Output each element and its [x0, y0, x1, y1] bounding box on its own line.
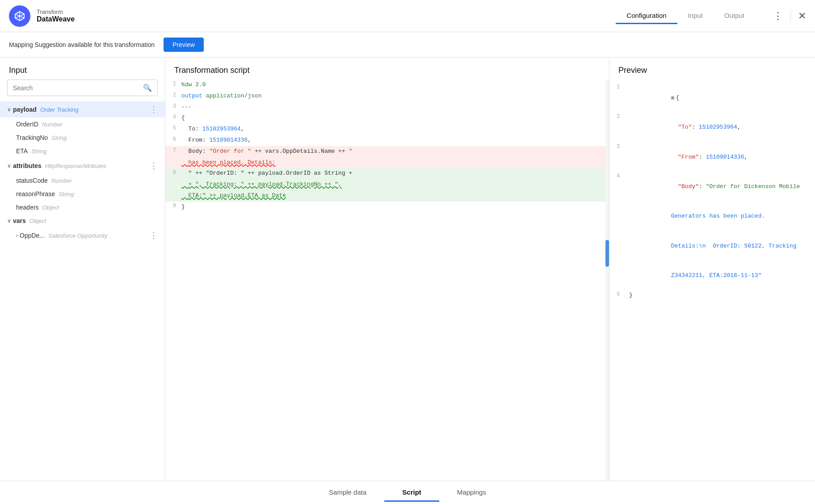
tree-label-vars: vars — [13, 217, 26, 224]
preview-line-4d: 4 Z34342211, ETA:2018-11-13" — [617, 261, 808, 290]
app-title: Transform DataWeave — [37, 8, 75, 23]
chevron-down-icon-vars[interactable]: ∨ — [7, 218, 11, 224]
preview-line-2: 2 "To": 15102953964, — [617, 113, 808, 142]
tab-mappings[interactable]: Mappings — [439, 484, 504, 502]
code-line-8: 8 " ++ "OrderID: " ++ payload.OrderID as… — [165, 168, 609, 179]
tree-item-vars[interactable]: ∨ vars Object — [0, 214, 165, 227]
tree-item-oppde[interactable]: › OppDe... Salesforce Opportunity ⋮ — [0, 227, 165, 244]
code-line-4: 4 { — [165, 113, 609, 124]
preview-panel: Preview 1 ▣{ 2 "To": 15102953964, — [609, 58, 815, 481]
code-line-6: 6 From: 15109014336, — [165, 135, 609, 146]
tree-label-payload: payload — [13, 106, 37, 113]
tree-type-orderid: Number — [42, 121, 63, 128]
preview-button[interactable]: Preview — [164, 38, 204, 52]
preview-panel-title: Preview — [609, 58, 815, 80]
tree-label-oppde: OppDe... — [20, 232, 45, 239]
preview-line-1: 1 ▣{ — [617, 83, 808, 113]
close-icon[interactable]: ✕ — [798, 10, 806, 22]
main-content: Input 🔍 ∨ payload Order Tracking ⋮ Order… — [0, 58, 815, 481]
tree-label-statuscode: statusCode — [16, 177, 48, 184]
more-icon-attributes[interactable]: ⋮ — [150, 161, 158, 171]
more-icon-payload[interactable]: ⋮ — [150, 105, 158, 114]
more-icon-oppde[interactable]: ⋮ — [150, 231, 158, 240]
tree-type-payload: Order Tracking — [40, 106, 79, 113]
app-title-bottom: DataWeave — [37, 15, 75, 23]
tree-label-headers: headers — [16, 204, 39, 211]
suggestion-bar: Mapping Suggestion available for this tr… — [0, 32, 815, 58]
tree-label-reasonphrase: reasonPhrase — [16, 190, 55, 197]
arrow-right-icon: › — [16, 232, 18, 239]
code-line-3: 3 --- — [165, 102, 609, 113]
header-actions: ⋮ ✕ — [773, 10, 806, 22]
tree-type-reasonphrase: String — [59, 191, 74, 197]
code-line-8c: 8 ETA:" ++ payload.ETA as Date — [165, 190, 609, 202]
tree-item-reasonphrase[interactable]: reasonPhrase String — [0, 187, 165, 201]
tree-label-eta: ETA — [16, 147, 28, 155]
tab-script[interactable]: Script — [384, 484, 439, 502]
chevron-down-icon[interactable]: ∨ — [7, 106, 11, 113]
scrollbar[interactable] — [605, 80, 609, 481]
bottom-tabs: Sample data Script Mappings — [0, 481, 815, 504]
app-title-top: Transform — [37, 8, 75, 15]
tree-type-vars: Object — [29, 218, 46, 224]
preview-line-4: 4 "Body": "Order for Dickenson Mobile — [617, 172, 808, 202]
preview-content: 1 ▣{ 2 "To": 15102953964, 3 "Fr — [609, 80, 815, 481]
code-line-2: 2 output application/json — [165, 91, 609, 102]
tree-item-trackingno[interactable]: TrackingNo String — [0, 131, 165, 144]
tree-type-trackingno: String — [51, 134, 67, 141]
input-panel: Input 🔍 ∨ payload Order Tracking ⋮ Order… — [0, 58, 165, 481]
tree-container: ∨ payload Order Tracking ⋮ OrderID Numbe… — [0, 101, 165, 481]
tab-configuration[interactable]: Configuration — [616, 8, 677, 24]
preview-line-5: 5 } — [617, 290, 808, 301]
tree-label-orderid: OrderID — [16, 121, 38, 128]
tab-input[interactable]: Input — [677, 8, 714, 24]
header-divider — [790, 10, 791, 22]
scrollbar-thumb[interactable] — [605, 240, 609, 267]
header-tabs: Configuration Input Output — [616, 8, 755, 24]
collapse-icon[interactable]: ▣ — [671, 95, 674, 101]
tree-item-attributes[interactable]: ∨ attributes HttpResponseAttributes ⋮ — [0, 158, 165, 174]
tree-item-eta[interactable]: ETA String — [0, 144, 165, 158]
tree-type-eta: String — [31, 148, 46, 155]
input-panel-title: Input — [0, 58, 165, 80]
code-line-1: 1 %dw 2.0 — [165, 80, 609, 91]
suggestion-text: Mapping Suggestion available for this tr… — [9, 41, 155, 48]
code-line-9: 9 } — [165, 202, 609, 213]
chevron-down-icon-attrs[interactable]: ∨ — [7, 163, 11, 169]
tree-type-attributes: HttpResponseAttributes — [45, 163, 106, 169]
code-line-5: 5 To: 15102953964, — [165, 124, 609, 135]
tree-item-headers[interactable]: headers Object — [0, 201, 165, 214]
tab-sample-data[interactable]: Sample data — [311, 484, 384, 502]
code-editor[interactable]: 1 %dw 2.0 2 output application/json 3 --… — [165, 80, 609, 481]
code-line-7: 7 Body: "Order for " ++ vars.OppDetails.… — [165, 146, 609, 157]
tree-type-headers: Object — [42, 204, 59, 211]
search-icon: 🔍 — [143, 84, 152, 92]
tree-item-payload[interactable]: ∨ payload Order Tracking ⋮ — [0, 101, 165, 118]
script-title: Transformation script — [165, 58, 609, 80]
tree-type-oppde: Salesforce Opportunity — [48, 232, 107, 239]
more-options-icon[interactable]: ⋮ — [773, 10, 783, 22]
tree-type-statuscode: Number — [51, 177, 72, 184]
search-input[interactable] — [13, 84, 143, 92]
preview-line-4c: 4 Details:\n OrderID: 50122, Tracking — [617, 231, 808, 260]
header: Transform DataWeave Configuration Input … — [0, 0, 815, 32]
tree-item-orderid[interactable]: OrderID Number — [0, 118, 165, 131]
preview-line-3: 3 "From": 15109014336, — [617, 143, 808, 172]
tree-item-statuscode[interactable]: statusCode Number — [0, 174, 165, 187]
code-line-8b: 8 + ", Tracking: " ++ payload.TrackingNo… — [165, 179, 609, 190]
tree-label-trackingno: TrackingNo — [16, 134, 48, 141]
search-box[interactable]: 🔍 — [7, 80, 158, 96]
tree-label-attributes: attributes — [13, 162, 42, 169]
app-logo — [9, 5, 30, 27]
preview-line-4b: 4 Generators has been placed. — [617, 202, 808, 231]
transformation-panel: Transformation script 1 %dw 2.0 2 output… — [165, 58, 609, 481]
code-line-7b: 7 has been placed. Details: — [165, 157, 609, 168]
tab-output[interactable]: Output — [714, 8, 755, 24]
